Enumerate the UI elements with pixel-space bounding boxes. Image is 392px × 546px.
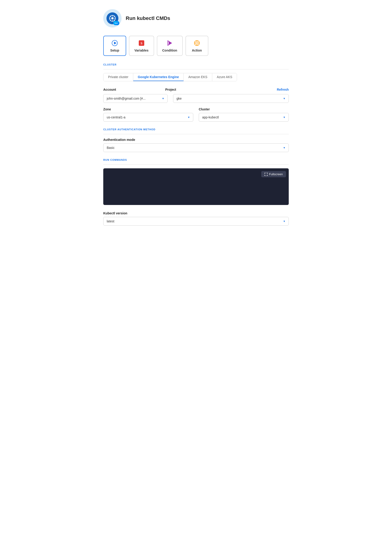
tab-setup[interactable]: Setup [103,36,126,56]
logo-outer-ring: CLI [103,9,122,27]
auth-mode-label: Authentication mode [103,138,289,142]
cluster-section-label: CLUSTER [103,63,289,66]
page-header: CLI Run kubectl CMDs [103,9,289,27]
cluster-divider [103,69,289,69]
run-commands-section: RUN COMMANDS Fullscreen [103,158,289,205]
auth-section: CLUSTER AUTHENTICATION METHOD Authentica… [103,128,289,152]
cluster-select-wrapper: app-kubectl [199,113,289,122]
action-icon [193,39,201,47]
cluster-tab-private[interactable]: Private cluster [103,73,133,81]
setup-icon [111,39,118,47]
account-project-header: Account Project Refresh [103,88,289,91]
project-group: gke [173,94,289,103]
svg-point-1 [111,17,114,20]
svg-line-7 [114,20,115,21]
cluster-select[interactable]: app-kubectl [199,113,289,122]
app-logo: CLI [103,9,122,27]
cli-badge: CLI [113,21,119,25]
tab-variables[interactable]: S Variables [129,36,154,56]
auth-mode-select[interactable]: Basic [103,143,289,152]
kubectl-version-select-wrapper: latest [103,217,289,226]
refresh-button[interactable]: Refresh [277,88,289,91]
run-commands-divider [103,164,289,165]
cluster-tab-gke[interactable]: Google Kubernetes Engine [133,73,184,81]
main-tabs: Setup S Variables Condition [103,36,289,56]
cluster-type-tabs: Private cluster Google Kubernetes Engine… [103,73,237,81]
zone-label: Zone [103,107,193,111]
tab-action-label: Action [192,49,202,52]
svg-marker-11 [114,42,116,45]
tab-variables-label: Variables [135,49,149,52]
zone-select-wrapper: us-central1-a [103,113,193,122]
svg-text:S: S [141,42,142,45]
project-select-wrapper: gke [173,94,289,103]
tab-condition-label: Condition [162,49,177,52]
kubectl-version-section: Kubectl version latest [103,211,289,226]
account-project-row: john-smith@gmail.com [#... gke [103,94,289,103]
tab-setup-label: Setup [110,49,119,52]
page-title: Run kubectl CMDs [126,15,170,21]
svg-line-6 [110,16,111,17]
zone-group: Zone us-central1-a [103,107,193,122]
account-group: john-smith@gmail.com [#... [103,94,168,103]
condition-icon [166,39,173,47]
tab-action[interactable]: Action [186,36,208,56]
svg-point-17 [196,42,198,44]
logo-inner-circle: CLI [106,12,118,24]
kubectl-version-select[interactable]: latest [103,217,289,226]
cluster-label: Cluster [199,107,289,111]
tab-condition[interactable]: Condition [157,36,183,56]
kubectl-version-label: Kubectl version [103,211,289,215]
auth-mode-select-wrapper: Basic [103,143,289,152]
zone-cluster-row: Zone us-central1-a Cluster app-kubectl [103,107,289,122]
variables-icon: S [138,39,145,47]
account-select[interactable]: john-smith@gmail.com [#... [103,94,168,103]
run-commands-label: RUN COMMANDS [103,158,289,161]
project-label-spacer: Project [165,88,277,91]
cluster-tab-eks[interactable]: Amazon EKS [184,73,212,81]
svg-line-8 [114,16,115,17]
code-editor[interactable]: Fullscreen [103,168,289,205]
auth-mode-group: Authentication mode Basic [103,138,289,152]
account-label-spacer: Account [103,88,165,91]
project-select[interactable]: gke [173,94,289,103]
zone-select[interactable]: us-central1-a [103,113,193,122]
fullscreen-label: Fullscreen [269,172,283,176]
cluster-group: Cluster app-kubectl [199,107,289,122]
cluster-section: CLUSTER Private cluster Google Kubernete… [103,63,289,122]
cluster-tab-aks[interactable]: Azure AKS [212,73,237,81]
account-select-wrapper: john-smith@gmail.com [#... [103,94,168,103]
fullscreen-button[interactable]: Fullscreen [261,171,286,177]
auth-section-label: CLUSTER AUTHENTICATION METHOD [103,128,289,131]
svg-line-9 [110,20,111,21]
fullscreen-icon [264,173,268,176]
kubectl-version-group: Kubectl version latest [103,211,289,226]
